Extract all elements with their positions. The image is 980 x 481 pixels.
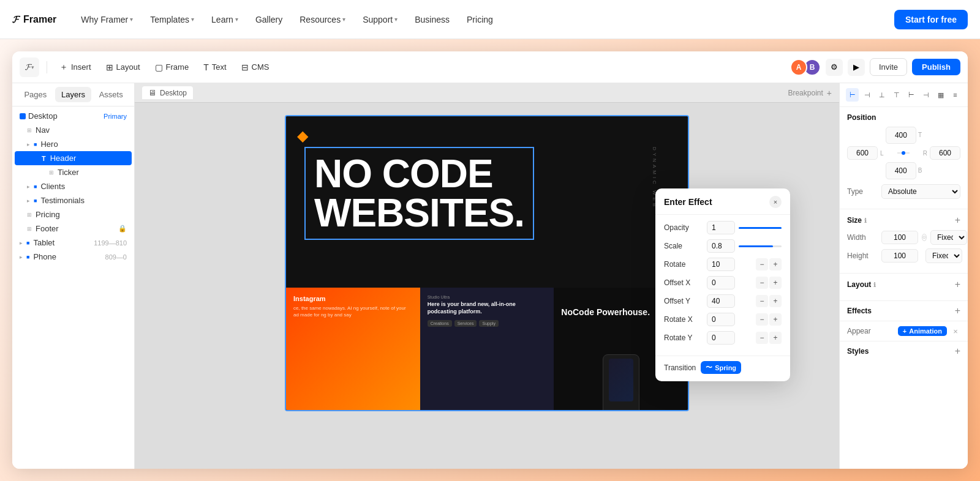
layout-add-button[interactable]: +	[955, 280, 960, 289]
editor-logo-button[interactable]: 𝓕 ▾	[20, 58, 39, 77]
link-proportions-button[interactable]: ⊙	[922, 234, 927, 241]
nav-item-business[interactable]: Business	[407, 11, 457, 28]
layer-tablet[interactable]: ▸ ■ Tablet 1199—810	[15, 236, 132, 250]
tab-pages[interactable]: Pages	[17, 87, 54, 102]
nav-logo[interactable]: 𝓕 Framer	[12, 14, 56, 25]
opacity-input[interactable]	[707, 221, 735, 234]
publish-button[interactable]: Publish	[912, 59, 960, 75]
thumb-tags: Creations Services Supply	[428, 320, 547, 327]
rotate-x-input[interactable]	[707, 313, 735, 326]
nav-item-support[interactable]: Support ▾	[355, 11, 405, 28]
align-top-button[interactable]: ⊤	[890, 88, 903, 102]
nav-item-whyframer[interactable]: Why Framer ▾	[74, 11, 140, 28]
scale-label: Scale	[664, 242, 703, 250]
offset-y-input[interactable]	[707, 294, 735, 308]
position-right-input[interactable]	[930, 146, 960, 160]
offset-x-decrement-button[interactable]: −	[756, 277, 768, 289]
layer-desktop[interactable]: Desktop Primary	[15, 109, 132, 123]
modal-close-button[interactable]: ×	[769, 196, 782, 208]
rotate-increment-button[interactable]: +	[769, 258, 782, 270]
layer-ticker[interactable]: ⊞ Ticker	[15, 165, 132, 179]
invite-button[interactable]: Invite	[870, 58, 907, 76]
preview-button[interactable]: ▶	[848, 59, 865, 76]
modal-body: Opacity Scale	[655, 215, 790, 356]
scale-slider[interactable]	[739, 245, 782, 247]
width-input[interactable]	[881, 231, 918, 244]
toolbar-layout-button[interactable]: ⊞ Layout	[101, 59, 145, 75]
offset-x-increment-button[interactable]: +	[769, 277, 782, 289]
rotate-input[interactable]	[707, 258, 735, 271]
nav-item-gallery[interactable]: Gallery	[248, 11, 290, 28]
opacity-label: Opacity	[664, 223, 703, 232]
align-bottom-button[interactable]: ⊣	[919, 88, 932, 102]
rotate-x-decrement-button[interactable]: −	[756, 313, 768, 326]
rotate-x-increment-button[interactable]: +	[769, 313, 782, 326]
layer-nav[interactable]: ⊞ Nav	[15, 123, 132, 137]
effects-add-button[interactable]: +	[955, 306, 960, 316]
canvas-desktop-tab[interactable]: 🖥 Desktop	[142, 86, 193, 99]
appear-animation-badge[interactable]: + Animation	[898, 326, 947, 336]
layer-phone[interactable]: ▸ ■ Phone 809—0	[15, 250, 132, 264]
layer-header[interactable]: T Header	[15, 151, 132, 165]
center-dot	[902, 151, 905, 155]
tab-layers[interactable]: Layers	[55, 87, 92, 102]
transition-spring-badge[interactable]: 〜 Spring	[701, 361, 741, 374]
nav-item-resources[interactable]: Resources ▾	[292, 11, 353, 28]
offset-x-input[interactable]	[707, 276, 735, 289]
nav-item-learn[interactable]: Learn ▾	[204, 11, 246, 28]
distribute-v-button[interactable]: ≡	[949, 88, 962, 102]
height-input[interactable]	[881, 249, 918, 263]
offset-y-increment-button[interactable]: +	[769, 295, 782, 307]
start-for-free-button[interactable]: Start for free	[894, 10, 968, 29]
position-bottom-input[interactable]	[886, 162, 916, 179]
layer-testimonials[interactable]: ▸ ■ Testimonials	[15, 193, 132, 207]
rotate-y-input[interactable]	[707, 331, 735, 345]
position-type-select[interactable]: Absolute	[881, 184, 960, 199]
preview-headline: NO CODE WEBSITES.	[304, 147, 534, 240]
position-left-input[interactable]	[847, 146, 878, 160]
nav-item-label: Why Framer	[81, 15, 128, 24]
toolbar-cms-button[interactable]: ⊟ CMS	[236, 59, 274, 75]
styles-add-button[interactable]: +	[955, 346, 960, 356]
thumb-title: Instagram	[293, 295, 413, 302]
rotate-y-increment-button[interactable]: +	[769, 332, 782, 344]
right-label: R	[923, 150, 927, 157]
nav-item-templates[interactable]: Templates ▾	[143, 11, 202, 28]
width-type-select[interactable]: Fixed	[930, 230, 967, 245]
align-center-h-button[interactable]: ⊣	[861, 88, 873, 102]
layer-footer[interactable]: ⊞ Footer 🔒	[15, 222, 132, 236]
settings-button[interactable]: ⚙	[826, 59, 843, 76]
rotate-y-decrement-button[interactable]: −	[756, 332, 768, 344]
position-title: Position	[847, 113, 876, 122]
rotate-decrement-button[interactable]: −	[756, 258, 768, 270]
transition-row: Transition 〜 Spring	[664, 361, 782, 374]
align-right-button[interactable]: ⊥	[875, 88, 888, 102]
opacity-slider[interactable]	[739, 227, 782, 229]
layer-hero[interactable]: ▸ ■ Hero	[15, 137, 132, 151]
align-left-button[interactable]: ⊢	[846, 88, 859, 102]
scale-input[interactable]	[707, 239, 735, 253]
appear-animation-close-button[interactable]: ×	[951, 326, 960, 336]
layer-label: Nav	[36, 125, 50, 135]
toolbar-frame-button[interactable]: ▢ Frame	[150, 59, 194, 75]
nav-item-pricing[interactable]: Pricing	[459, 11, 500, 28]
toolbar-text-button[interactable]: T Text	[198, 59, 231, 75]
layer-clients[interactable]: ▸ ■ Clients	[15, 179, 132, 193]
layer-pricing[interactable]: ⊞ Pricing	[15, 207, 132, 222]
tab-assets[interactable]: Assets	[92, 87, 129, 102]
size-add-button[interactable]: +	[955, 215, 960, 225]
lock-icon: 🔒	[118, 225, 127, 233]
align-center-v-button[interactable]: ⊢	[905, 88, 918, 102]
position-top-input[interactable]	[886, 127, 916, 144]
toolbar-insert-button[interactable]: ＋ Insert	[55, 59, 96, 76]
distribute-h-button[interactable]: ▦	[934, 88, 947, 102]
height-type-select[interactable]: Fixed	[925, 248, 962, 263]
offset-y-decrement-button[interactable]: −	[756, 295, 768, 307]
appear-animation-row: Appear + Animation ×	[840, 321, 968, 341]
canvas-viewport[interactable]: ◆ DYNAMIC WEB NO CODE WEBSITES. Ins	[135, 103, 839, 469]
nav-items: Why Framer ▾ Templates ▾ Learn ▾ Gallery…	[74, 11, 889, 28]
frame-icon: ▢	[155, 62, 163, 72]
size-info-icon: ℹ	[864, 217, 867, 224]
spring-icon: 〜	[706, 363, 712, 372]
toolbar-text-label: Text	[212, 62, 227, 72]
